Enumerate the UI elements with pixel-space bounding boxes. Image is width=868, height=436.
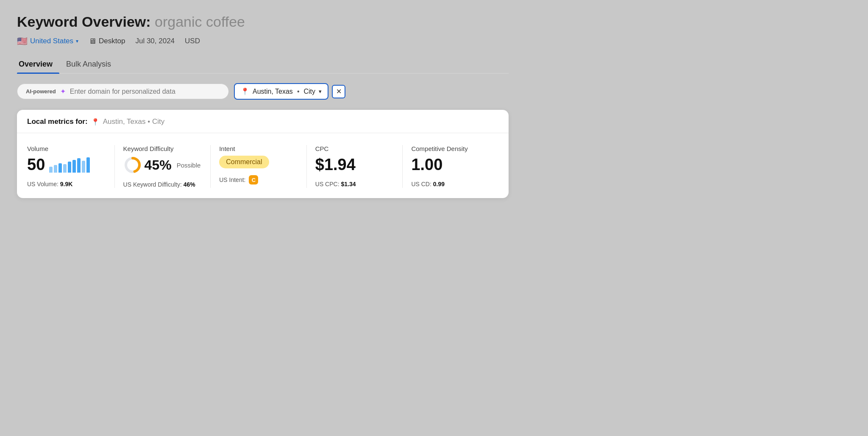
location-close-button[interactable]: ✕	[332, 85, 345, 98]
bar	[58, 163, 62, 173]
bar	[63, 164, 67, 173]
meta-currency: USD	[185, 37, 200, 45]
commercial-badge: Commercial	[219, 156, 269, 168]
cd-metric: Competitive Density 1.00 US CD: 0.99	[411, 145, 498, 188]
cpc-us: US CPC: $1.34	[315, 181, 394, 187]
volume-main-row: 50	[27, 156, 106, 174]
bar	[86, 157, 90, 173]
monitor-icon: 🖥	[89, 37, 96, 46]
intent-metric: Intent Commercial US Intent: C	[219, 145, 307, 188]
intent-label: Intent	[219, 145, 298, 152]
bar	[77, 158, 81, 173]
kd-percent: 45%	[145, 157, 172, 173]
metrics-card: Local metrics for: 📍 Austin, Texas • Cit…	[17, 110, 509, 198]
cpc-main-row: $1.94	[315, 156, 394, 174]
chevron-down-icon: ▾	[76, 38, 78, 44]
cpc-value: $1.94	[315, 156, 356, 174]
us-intent-badge: C	[249, 175, 258, 184]
kd-donut-chart	[123, 156, 142, 174]
local-metrics-location: Austin, Texas • City	[103, 117, 165, 126]
chevron-down-icon: ▾	[319, 88, 322, 95]
metrics-grid: Volume 50 US V	[17, 133, 509, 198]
tab-overview[interactable]: Overview	[17, 56, 59, 73]
cd-main-row: 1.00	[411, 156, 490, 174]
bar	[72, 160, 76, 173]
cpc-metric: CPC $1.94 US CPC: $1.34	[315, 145, 403, 188]
metrics-card-header: Local metrics for: 📍 Austin, Texas • Cit…	[17, 110, 509, 133]
sparkle-icon: ✦	[60, 87, 66, 95]
kd-qualifier: Possible	[177, 162, 201, 169]
domain-input-wrapper: AI-powered ✦	[17, 84, 229, 99]
cd-value: 1.00	[411, 156, 442, 174]
volume-bars-chart	[49, 157, 90, 173]
bar	[82, 161, 85, 173]
volume-label: Volume	[27, 145, 106, 152]
tabs-row: Overview Bulk Analysis	[17, 56, 509, 74]
location-type: City	[303, 88, 315, 95]
tab-bulk-analysis[interactable]: Bulk Analysis	[64, 56, 118, 73]
intent-main-row: Commercial	[219, 156, 298, 168]
country-selector[interactable]: 🇺🇸 United States ▾	[17, 36, 78, 46]
cpc-label: CPC	[315, 145, 394, 152]
location-pin-icon: 📍	[241, 87, 249, 95]
bar	[54, 165, 57, 173]
ai-badge: AI-powered	[26, 88, 56, 95]
domain-input[interactable]	[70, 88, 220, 95]
volume-value: 50	[27, 156, 45, 174]
bar	[68, 162, 71, 173]
location-value: Austin, Texas	[253, 88, 293, 95]
cd-us: US CD: 0.99	[411, 181, 490, 187]
local-metrics-label: Local metrics for:	[27, 117, 88, 126]
volume-us: US Volume: 9.9K	[27, 181, 106, 187]
kd-us: US Keyword Difficulty: 46%	[123, 181, 202, 188]
cd-label: Competitive Density	[411, 145, 490, 152]
search-row: AI-powered ✦ 📍 Austin, Texas • City ▾ ✕	[17, 83, 509, 100]
intent-us: US Intent: C	[219, 175, 298, 184]
meta-date: Jul 30, 2024	[135, 37, 175, 45]
flag-icon: 🇺🇸	[17, 36, 28, 46]
device-selector[interactable]: 🖥 Desktop	[89, 37, 125, 46]
kd-metric: Keyword Difficulty 45% Possible US Keywo…	[123, 145, 211, 188]
meta-row: 🇺🇸 United States ▾ 🖥 Desktop Jul 30, 202…	[17, 36, 509, 46]
bar	[49, 167, 53, 173]
location-selector[interactable]: 📍 Austin, Texas • City ▾	[234, 83, 328, 100]
kd-main-row: 45% Possible	[123, 156, 202, 174]
location-header-pin-icon: 📍	[91, 118, 100, 126]
page-title: Keyword Overview: organic coffee	[17, 14, 509, 30]
kd-label: Keyword Difficulty	[123, 145, 202, 152]
volume-metric: Volume 50 US V	[27, 145, 115, 188]
